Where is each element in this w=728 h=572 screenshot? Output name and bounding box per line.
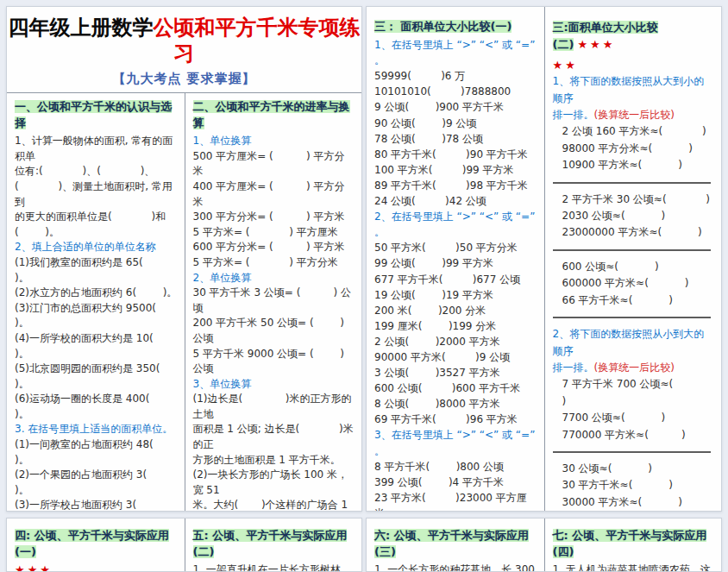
text-line: 三:面积单位大小比较(二)★★★ — [553, 17, 715, 57]
text-line: 5 平方米= ( ) 平方分米 — [193, 255, 355, 271]
section-divider — [553, 182, 712, 184]
text-line: 7 平方千米 700 公顷≈( ) — [553, 376, 715, 410]
text-line: (5)北京圆明园的面积约是 350( )。 — [15, 361, 178, 392]
text-line: 80 平方千米( )90 平方千米 — [374, 147, 537, 162]
text-line: (2)一块长方形的广场长 100 米，宽 51 — [193, 468, 355, 498]
page3-column-1: 四: 公顷、平方千米与实际应用(一)★★★1. 有一个大型市民广场，要铺上草坪，… — [7, 519, 185, 572]
text-line: 30000 平方米≈( ) — [553, 494, 715, 511]
text-line: 78 公顷( )78 公顷 — [374, 131, 537, 147]
text-line: 2、单位换算 — [193, 271, 355, 286]
text-line: 米。大约( )个这样的广场合 1 公顷。 — [193, 498, 355, 512]
text-line: 23000000 平方米≈( ) — [553, 224, 715, 241]
section-divider — [553, 451, 712, 453]
text-line: 3 公顷( )3527 平方米 — [374, 365, 537, 380]
text-line: ★★★ — [15, 563, 178, 572]
worksheet-page-1: 四年级上册数学公顷和平方千米专项练习 【九大考点 要求掌握】 一、公顷和平方千米… — [6, 6, 362, 512]
text-line: 300 平方分米= ( ) 平方米 — [193, 210, 355, 225]
text-span: 排一排。 — [553, 109, 594, 121]
page3-column-2: 五: 公顷、平方千米与实际应用(二)1. 一架直升机在一片长方形树林(如下图)上… — [185, 519, 362, 572]
text-span: 五: 公顷、平方千米与实际应用(二) — [193, 529, 348, 558]
text-span: 二、公顷和平方千米的进率与换算 — [193, 100, 350, 129]
text-span: 四: 公顷、平方千米与实际应用(一) — [15, 529, 169, 558]
text-line: 四: 公顷、平方千米与实际应用(一) — [15, 526, 178, 563]
text-line: 69 平方千米( )96 平方米 — [374, 412, 537, 427]
text-line: 2030 公顷≈( ) — [553, 208, 715, 224]
text-line: 9 公顷( )900 平方千米 — [374, 99, 537, 115]
text-line: ( )、测量土地面积时, 常用到 — [15, 179, 178, 210]
text-line: 1. 一架直升机在一片长方形树林(如下图) — [193, 563, 355, 572]
text-line: 5 平方千米 9000 公顷= ( ) 公顷 — [193, 347, 355, 377]
text-span: 排一排。 — [553, 361, 594, 374]
worksheet-page-2: 三： 面积单位大小比较(一)1、在括号里填上 “>” “<” 或 “=” 。59… — [366, 6, 722, 512]
text-line: 一、公顷和平方千米的认识与选择 — [15, 97, 178, 134]
text-line: 10101010( )7888800 — [374, 84, 537, 99]
text-line: 3、在括号里填上 “>” “<” 或 “=” 。 — [374, 427, 537, 458]
text-line: 面积是 1 公顷; 边长是( )米的正 — [193, 422, 355, 452]
text-line: 5 平方米= ( ) 平方厘米 — [193, 225, 355, 241]
text-line: 400 平方厘米= ( ) 平方分米 — [193, 179, 355, 210]
text-line: (1)我们教室的面积约是 65( )。 — [15, 255, 178, 286]
text-line: 200 米( )200 分米 — [374, 303, 537, 318]
text-line: 方形的土地面积是 1 平方千米。 — [193, 453, 355, 468]
text-line: ( )。 — [15, 225, 178, 241]
page4-column-2: 七: 公顷、平方千米与实际应用(四)1. 无人机为蔬菜基地喷洒农药。这块蔬菜基地… — [544, 519, 722, 572]
text-line: 1、将下面的数据按照从大到小的顺序 — [553, 73, 715, 107]
text-line: 200 平方千米 50 公顷= ( ) 公顷 — [193, 316, 355, 346]
two-column-body: 三： 面积单位大小比较(一)1、在括号里填上 “>” “<” 或 “=” 。59… — [367, 7, 721, 512]
star-rating: ★★★ — [574, 38, 615, 51]
text-line: 100 平方米( )99 平方米 — [374, 162, 537, 178]
worksheet-page-3-partial: 四: 公顷、平方千米与实际应用(一)★★★1. 有一个大型市民广场，要铺上草坪，… — [6, 518, 362, 572]
text-line: (3)江门市的总面积大约 9500( )。 — [15, 301, 178, 331]
text-line: 三： 面积单位大小比较(一) — [374, 17, 537, 37]
text-line: 59999( )6 万 — [374, 68, 537, 84]
page1-column-1: 一、公顷和平方千米的认识与选择1、计算一般物体的面积, 常有的面积单位有:( )… — [7, 93, 185, 512]
text-line: 2 公顷( )2000 平方米 — [374, 334, 537, 349]
two-column-body: 六: 公顷、平方千米与实际应用(三)1. 一个长方形的种花基地，长 300 米，… — [367, 519, 721, 572]
text-span: 六: 公顷、平方千米与实际应用(三) — [374, 529, 529, 558]
text-line: (4)一所学校的面积大约是 10( )。 — [15, 331, 178, 361]
text-span: (换算统一后比较) — [594, 361, 675, 374]
text-line: 600 公顷≈( ) — [553, 259, 715, 275]
text-line: 399 公顷( )4 平方千米 — [374, 475, 537, 490]
text-line: (1)一间教室的占地面积约 48( )。 — [15, 437, 178, 468]
text-line: 8 公顷( )8000 平方米 — [374, 396, 537, 412]
text-line: 500 平方厘米= ( ) 平方分米 — [193, 149, 355, 179]
text-line: 1. 无人机为蔬菜基地喷洒农药。这块蔬菜 — [553, 563, 715, 572]
text-line: 六: 公顷、平方千米与实际应用(三) — [374, 526, 537, 563]
text-line: 10900 平方米≈( ) — [553, 157, 715, 173]
text-line: 1. 一个长方形的种花基地，长 300 米，宽 — [374, 563, 537, 572]
text-line: 3、单位换算 — [193, 377, 355, 393]
text-line: 50 平方米( )50 平方分米 — [374, 240, 537, 255]
text-line: 五: 公顷、平方千米与实际应用(二) — [193, 526, 355, 563]
text-line: 30 公顷≈( ) — [553, 461, 715, 477]
page1-column-2: 二、公顷和平方千米的进率与换算1、单位换算500 平方厘米= ( ) 平方分米4… — [185, 93, 362, 512]
text-span: 一、公顷和平方千米的认识与选择 — [15, 100, 172, 129]
text-line: 19 公顷( )19 平方米 — [374, 287, 537, 303]
text-line: 2、在括号里填上 “>” “<” 或 “=” 。 — [374, 209, 537, 240]
page2-column-2: 三:面积单位大小比较(二)★★★★★1、将下面的数据按照从大到小的顺序排一排。(… — [544, 7, 722, 512]
text-line: 排一排。(换算统一后比较) — [553, 360, 715, 376]
text-line: 90 公顷( )9 公顷 — [374, 116, 537, 131]
text-line: 600 公顷( )600 平方千米 — [374, 380, 537, 396]
text-line: 七: 公顷、平方千米与实际应用(四) — [553, 526, 715, 563]
text-line: 2、将下面的数据按照从小到大的顺序 — [553, 326, 715, 360]
text-line: 99 公顷( )99 平方米 — [374, 255, 537, 271]
text-line: 的更大的面积单位是( )和 — [15, 210, 178, 225]
text-line: 199 厘米( )199 分米 — [374, 318, 537, 334]
text-line: 600 平方分米= ( ) 平方米 — [193, 240, 355, 255]
text-line: (3)一所学校占地面积约 3( )。 — [15, 498, 178, 512]
text-line: 23 平方米( )23000 平方厘米 — [374, 490, 537, 512]
worksheet-page-4-partial: 六: 公顷、平方千米与实际应用(三)1. 一个长方形的种花基地，长 300 米，… — [366, 518, 722, 572]
text-line: 770000 平方米≈( ) — [553, 427, 715, 443]
text-line: 1、在括号里填上 “>” “<” 或 “=” 。 — [374, 37, 537, 68]
two-column-body: 四: 公顷、平方千米与实际应用(一)★★★1. 有一个大型市民广场，要铺上草坪，… — [7, 519, 361, 572]
text-line: (6)运动场一圈的长度是 400( )。 — [15, 392, 178, 422]
text-line: (1)边长是( )米的正方形的土地 — [193, 392, 355, 422]
text-span: (换算统一后比较) — [594, 109, 675, 121]
page-title-grade: 四年级上册数学 — [9, 15, 154, 40]
text-line: 2 平方千米 30 公顷≈( ) — [553, 192, 715, 208]
text-line: 二、公顷和平方千米的进率与换算 — [193, 97, 355, 134]
page4-column-1: 六: 公顷、平方千米与实际应用(三)1. 一个长方形的种花基地，长 300 米，… — [367, 519, 544, 572]
two-column-body: 一、公顷和平方千米的认识与选择1、计算一般物体的面积, 常有的面积单位有:( )… — [7, 92, 361, 512]
page-title-topic: 公顷和平方千米专项练习 — [154, 15, 361, 66]
